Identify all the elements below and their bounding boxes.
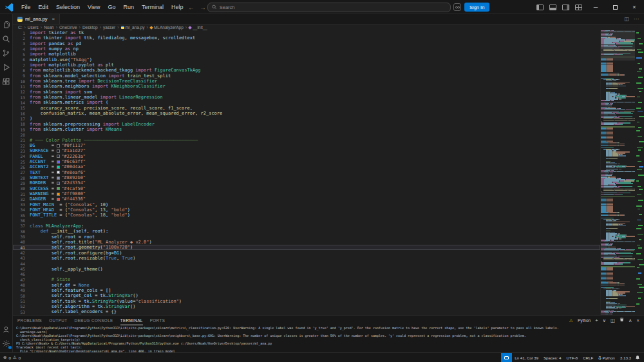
- new-terminal-icon[interactable]: +: [595, 316, 598, 325]
- panel-tab-ports[interactable]: PORTS: [150, 316, 166, 325]
- tab-ml-ana-py[interactable]: ml_ana.py ×: [13, 14, 60, 24]
- search-input[interactable]: [220, 5, 446, 10]
- code-line-32[interactable]: 32DANGER = "#f44336": [13, 196, 600, 202]
- code-line-17[interactable]: 17): [13, 116, 600, 121]
- code-line-45[interactable]: 45 self._apply_theme(): [13, 266, 600, 271]
- toggle-secondary-sidebar-icon[interactable]: [562, 5, 569, 10]
- menu-help[interactable]: Help: [167, 0, 187, 14]
- code-line-40[interactable]: 40 self.root.title("ML Analyzer ◆ v2.0"): [13, 240, 600, 245]
- notifications-bell-icon[interactable]: [634, 355, 644, 360]
- code-line-12[interactable]: 12from sklearn import svm: [13, 90, 600, 95]
- code-line-24[interactable]: 24PANEL = "#22263a": [13, 154, 600, 159]
- status-python[interactable]: {}Python: [596, 356, 618, 360]
- maximize-button[interactable]: [605, 0, 625, 14]
- breadcrumb-item-desktop[interactable]: Desktop: [82, 25, 98, 30]
- code-line-7[interactable]: 7import matplotlib.pyplot as plt: [13, 62, 600, 68]
- code-line-46[interactable]: 46: [13, 272, 600, 277]
- menu-terminal[interactable]: Terminal: [138, 0, 167, 14]
- sign-in-button[interactable]: Sign In: [464, 3, 489, 12]
- menu-view[interactable]: View: [84, 0, 104, 14]
- code-line-4[interactable]: 4import numpy as np: [13, 46, 600, 52]
- tab-close-icon[interactable]: ×: [52, 16, 55, 22]
- breadcrumb-item-noah[interactable]: Noah: [44, 25, 54, 30]
- code-line-23[interactable]: 23SURFACE = "#1a1d27": [13, 148, 600, 153]
- code-line-28[interactable]: 28SUBTEXT = "#8892b0": [13, 175, 600, 180]
- breadcrumb-item-ml-ana-py[interactable]: ml_ana.py: [121, 25, 145, 30]
- code-line-9[interactable]: 9from sklearn.model_selection import tra…: [13, 73, 600, 79]
- code-line-36[interactable]: 36: [13, 218, 600, 223]
- minimize-button[interactable]: ─: [586, 0, 605, 14]
- code-line-43[interactable]: 43 self.root.resizable(True, True): [13, 256, 600, 261]
- settings-icon[interactable]: [0, 336, 13, 350]
- status-crlf[interactable]: CRLF: [580, 356, 596, 360]
- editor[interactable]: 1import tkinter as tk2from tkinter impor…: [13, 30, 644, 315]
- breadcrumb-item-users[interactable]: Users: [28, 25, 39, 30]
- code-line-10[interactable]: 10from sklearn.tree import DecisionTreeC…: [13, 79, 600, 84]
- code-line-18[interactable]: 18from sklearn.preprocessing import Labe…: [13, 122, 600, 127]
- menu-run[interactable]: Run: [119, 0, 138, 14]
- code-line-15[interactable]: 15 accuracy_score, precision_score, reca…: [13, 106, 600, 111]
- status-utf-8[interactable]: UTF-8: [564, 356, 580, 360]
- code-line-38[interactable]: 38 def __init__(self, root):: [13, 229, 600, 234]
- close-button[interactable]: ×: [625, 0, 644, 14]
- code-line-35[interactable]: 35FONT_TITLE = ("Consolas", 18, "bold"): [13, 213, 600, 218]
- maximize-panel-icon[interactable]: ∧: [629, 316, 632, 325]
- code-line-20[interactable]: 20: [13, 132, 600, 137]
- code-line-31[interactable]: 31WARNING = "#ff9800": [13, 191, 600, 196]
- overview-ruler[interactable]: [635, 30, 644, 315]
- panel-tab-terminal[interactable]: TERMINAL: [120, 316, 143, 325]
- code-line-2[interactable]: 2from tkinter import ttk, filedialog, me…: [13, 35, 600, 41]
- code-line-50[interactable]: 50 self.target_col = tk.StringVar(): [13, 293, 600, 298]
- more-actions-icon[interactable]: ⋯: [634, 16, 639, 22]
- kill-terminal-icon[interactable]: [620, 316, 624, 325]
- account-icon[interactable]: [0, 322, 13, 336]
- code-line-26[interactable]: 26ACCENT2 = "#00d4aa": [13, 164, 600, 169]
- code-line-6[interactable]: 6matplotlib.use("TkAgg"): [13, 57, 600, 62]
- terminal-dropdown-icon[interactable]: ∨: [603, 316, 607, 325]
- panel-tab-problems[interactable]: PROBLEMS: [17, 316, 42, 325]
- breadcrumb-item-mlanalyzerapp[interactable]: MLAnalyzerApp: [150, 25, 184, 30]
- customize-layout-icon[interactable]: [575, 5, 582, 10]
- search-icon[interactable]: [0, 32, 13, 46]
- command-center-search[interactable]: [207, 3, 451, 12]
- run-and-debug-icon[interactable]: [0, 60, 13, 74]
- back-arrow-icon[interactable]: ←: [185, 4, 197, 11]
- code-line-29[interactable]: 29BORDER = "#2d3354": [13, 180, 600, 186]
- close-panel-icon[interactable]: ×: [637, 316, 639, 325]
- code-line-8[interactable]: 8from matplotlib.backends.backend_tkagg …: [13, 68, 600, 73]
- code-line-33[interactable]: 33FONT_MAIN = ("Consolas", 10): [13, 202, 600, 207]
- code-line-37[interactable]: 37class MLAnalyzerApp:: [13, 224, 600, 229]
- minimap[interactable]: [600, 30, 635, 315]
- copilot-icon[interactable]: [453, 3, 461, 11]
- code-line-51[interactable]: 51 self.task = tk.StringVar(value="class…: [13, 298, 600, 303]
- code-line-5[interactable]: 5import matplotlib: [13, 52, 600, 57]
- code-line-39[interactable]: 39 self.root = root: [13, 234, 600, 239]
- panel-tab-output[interactable]: OUTPUT: [49, 316, 67, 325]
- code-line-44[interactable]: 44: [13, 261, 600, 266]
- split-terminal-icon[interactable]: ◫: [611, 316, 615, 325]
- status-spaces-4[interactable]: Spaces: 4: [541, 356, 564, 360]
- panel-tab-debug-console[interactable]: DEBUG CONSOLE: [75, 316, 113, 325]
- breadcrumb-item-yasser[interactable]: yasser: [103, 25, 115, 30]
- explorer-icon[interactable]: [0, 17, 13, 32]
- status-blue-indicator[interactable]: [501, 353, 512, 362]
- code-line-1[interactable]: 1import tkinter as tk: [13, 30, 600, 35]
- code-line-34[interactable]: 34FONT_HEAD = ("Consolas", 13, "bold"): [13, 207, 600, 213]
- split-editor-icon[interactable]: ◫: [624, 16, 629, 22]
- code-line-49[interactable]: 49 self.feature_cols = []: [13, 288, 600, 293]
- code-line-11[interactable]: 11from sklearn.neighbors import KNeighbo…: [13, 84, 600, 89]
- code-line-30[interactable]: 30SUCCESS = "#4caf50": [13, 186, 600, 191]
- code-line-48[interactable]: 48 self.df = None: [13, 282, 600, 287]
- source-control-icon[interactable]: [0, 46, 13, 60]
- minimap-slider[interactable]: [601, 30, 635, 61]
- code-line-52[interactable]: 52 self.algorithm = tk.StringVar(): [13, 304, 600, 309]
- code-line-47[interactable]: 47 # State: [13, 277, 600, 282]
- terminal-name[interactable]: Python: [578, 318, 591, 323]
- breadcrumb-item-c-[interactable]: C:: [18, 25, 23, 30]
- code-line-14[interactable]: 14from sklearn.metrics import (: [13, 100, 600, 105]
- code-line-13[interactable]: 13from sklearn.linear_model import Linea…: [13, 95, 600, 100]
- code-line-25[interactable]: 25ACCENT = "#6c63ff": [13, 159, 600, 164]
- toggle-primary-sidebar-icon[interactable]: [536, 5, 544, 10]
- menu-selection[interactable]: Selection: [52, 0, 84, 14]
- menu-go[interactable]: Go: [104, 0, 119, 14]
